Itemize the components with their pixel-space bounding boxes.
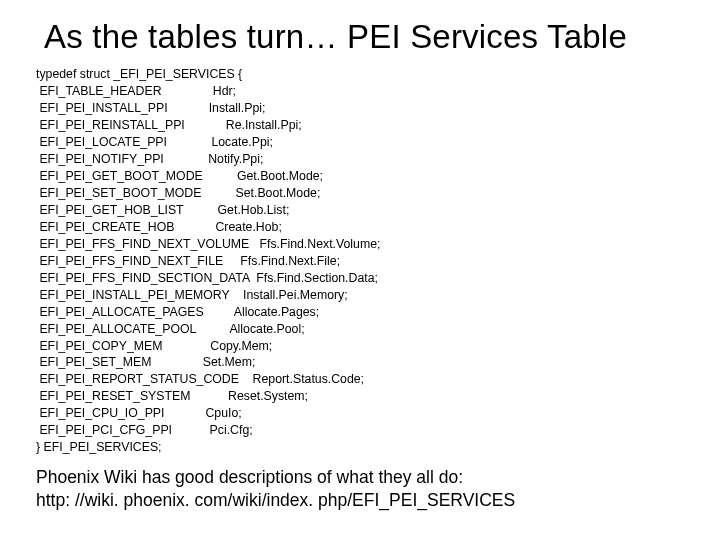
slide: As the tables turn… PEI Services Table t…: [0, 0, 720, 540]
slide-title: As the tables turn… PEI Services Table: [44, 18, 692, 56]
code-listing: typedef struct _EFI_PEI_SERVICES { EFI_T…: [36, 66, 692, 456]
footnote: Phoenix Wiki has good descriptions of wh…: [36, 466, 692, 512]
footnote-line-2: http: //wiki. phoenix. com/wiki/index. p…: [36, 489, 692, 512]
footnote-line-1: Phoenix Wiki has good descriptions of wh…: [36, 466, 692, 489]
